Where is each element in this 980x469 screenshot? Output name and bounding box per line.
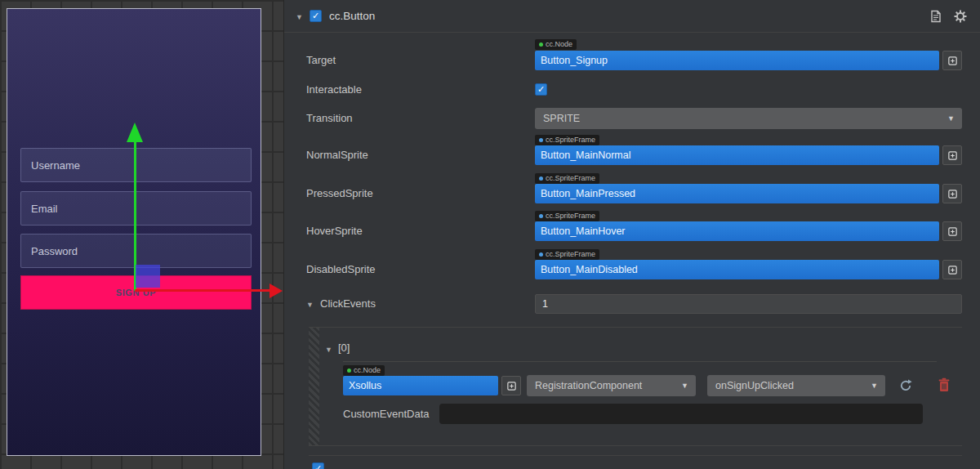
- email-placeholder: Email: [31, 203, 58, 215]
- component-enabled-checkbox[interactable]: ✓: [310, 10, 322, 22]
- collapse-caret-icon[interactable]: ▼: [296, 11, 303, 23]
- hover-sprite-type-tag: cc.SpriteFrame: [535, 211, 599, 221]
- group-drag-handle[interactable]: [309, 328, 319, 445]
- interactable-label: Interactable: [306, 83, 362, 96]
- chevron-down-icon: ▼: [871, 375, 878, 396]
- pressed-sprite-picker-button[interactable]: [942, 184, 962, 203]
- normal-sprite-label: NormalSprite: [306, 149, 368, 162]
- gizmo-x-axis[interactable]: [135, 289, 270, 292]
- editor-window: Username Email Password SIGN UP ▼ ✓ cc.B…: [0, 0, 980, 469]
- gizmo-y-arrowhead-icon[interactable]: [127, 123, 143, 142]
- event0-handler-dropdown[interactable]: onSignUpClicked ▼: [707, 375, 885, 396]
- chevron-down-icon: ▼: [947, 108, 955, 129]
- node-type-dot-icon: [347, 368, 351, 373]
- disabled-sprite-field[interactable]: Button_MainDisabled: [535, 260, 939, 279]
- component-header: ▼ ✓ cc.Button: [284, 0, 980, 33]
- pressed-sprite-type-tag: cc.SpriteFrame: [535, 173, 599, 184]
- normal-sprite-field[interactable]: Button_MainNormal: [535, 145, 939, 165]
- help-docs-icon[interactable]: [929, 10, 942, 23]
- gizmo-xy-plane-handle[interactable]: [136, 265, 160, 288]
- disabled-sprite-picker-button[interactable]: [942, 260, 962, 279]
- scene-view[interactable]: Username Email Password SIGN UP: [0, 0, 284, 469]
- pressed-sprite-label: PressedSprite: [306, 187, 373, 200]
- event0-caret-icon[interactable]: ▼: [325, 344, 332, 355]
- spriteframe-type-dot-icon: [539, 252, 543, 257]
- hover-sprite-field[interactable]: Button_MainHover: [535, 221, 939, 241]
- custom-event-data-input[interactable]: [439, 404, 923, 424]
- chevron-down-icon: ▼: [681, 375, 688, 396]
- target-picker-button[interactable]: [942, 51, 962, 70]
- next-component-checkbox[interactable]: ✓: [312, 462, 324, 469]
- custom-event-data-label: CustomEventData: [343, 408, 430, 420]
- spriteframe-type-dot-icon: [539, 176, 543, 181]
- hover-sprite-picker-button[interactable]: [942, 221, 962, 241]
- target-type-tag: cc.Node: [535, 39, 577, 50]
- component-title: cc.Button: [329, 10, 375, 22]
- normal-sprite-picker-button[interactable]: [942, 145, 962, 165]
- hover-sprite-label: HoverSprite: [306, 225, 363, 238]
- gear-icon[interactable]: [954, 10, 967, 23]
- click-events-count-field[interactable]: 1: [535, 294, 962, 314]
- node-type-dot-icon: [539, 42, 543, 47]
- inspector-panel: ▼ ✓ cc.Button Target cc.Node Button_Sign…: [284, 0, 980, 469]
- normal-sprite-type-tag: cc.SpriteFrame: [535, 135, 599, 145]
- refresh-icon[interactable]: [898, 378, 913, 393]
- click-events-caret-icon[interactable]: ▼: [306, 299, 314, 310]
- event0-component-dropdown[interactable]: RegistrationComponent ▼: [527, 375, 696, 396]
- spriteframe-type-dot-icon: [539, 138, 543, 142]
- target-node-field[interactable]: Button_Signup: [535, 51, 939, 70]
- transition-label: Transition: [306, 112, 353, 125]
- disabled-sprite-label: DisabledSprite: [306, 263, 376, 276]
- event0-node-field[interactable]: Xsollus: [343, 376, 498, 395]
- divider: [343, 361, 937, 362]
- event0-node-picker-button[interactable]: [501, 376, 521, 395]
- event0-index-label: [0]: [338, 342, 350, 354]
- disabled-sprite-type-tag: cc.SpriteFrame: [535, 249, 599, 260]
- password-placeholder: Password: [31, 245, 78, 257]
- click-events-label: ClickEvents: [320, 297, 376, 310]
- trash-icon[interactable]: [938, 377, 951, 392]
- event0-node-type-tag: cc.Node: [343, 365, 385, 376]
- gizmo-x-arrowhead-icon[interactable]: [270, 284, 283, 298]
- pressed-sprite-field[interactable]: Button_MainPressed: [535, 184, 939, 203]
- username-placeholder: Username: [31, 159, 80, 172]
- target-label: Target: [306, 54, 336, 67]
- interactable-checkbox[interactable]: ✓: [535, 83, 547, 96]
- transition-dropdown[interactable]: SPRITE ▼: [535, 108, 962, 129]
- spriteframe-type-dot-icon: [539, 214, 543, 218]
- divider: [309, 455, 962, 456]
